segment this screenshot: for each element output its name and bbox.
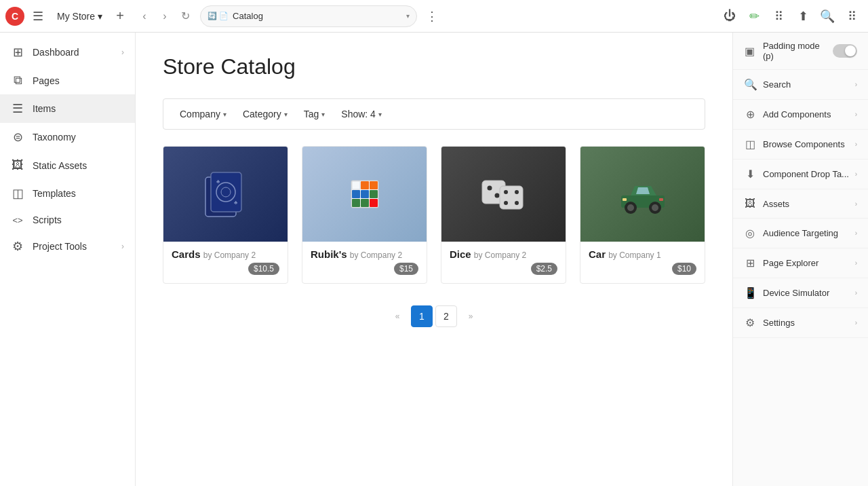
show-filter-label: Show: 4 bbox=[341, 109, 376, 119]
panel-item-padding-mode[interactable]: ▣ Padding mode (p) bbox=[733, 33, 868, 70]
back-button[interactable]: ‹ bbox=[135, 7, 154, 26]
panel-item-search[interactable]: 🔍 Search › bbox=[733, 70, 868, 100]
sidebar-item-taxonomy[interactable]: ⊜ Taxonomy bbox=[0, 123, 135, 151]
svg-text:♣: ♣ bbox=[216, 179, 220, 185]
templates-icon: ◫ bbox=[11, 186, 24, 201]
audience-targeting-chevron: › bbox=[855, 229, 857, 237]
product-card-dice[interactable]: Dice by Company 2 $2.5 bbox=[441, 146, 566, 284]
panel-item-settings[interactable]: ⚙ Settings › bbox=[733, 308, 868, 338]
project-tools-icon: ⚙ bbox=[11, 239, 24, 254]
store-selector[interactable]: My Store ▾ bbox=[52, 8, 108, 24]
more-button[interactable]: ⋮ bbox=[422, 7, 441, 26]
product-price-line-dice: $2.5 bbox=[450, 263, 557, 275]
panel-item-add-components[interactable]: ⊕ Add Components › bbox=[733, 100, 868, 130]
product-card-rubiks[interactable]: Rubik's by Company 2 $15 bbox=[302, 146, 427, 284]
sidebar-item-scripts[interactable]: <> Scripts bbox=[0, 208, 135, 232]
add-components-label: Add Components bbox=[763, 109, 831, 119]
component-drop-label: Component Drop Ta... bbox=[763, 169, 849, 179]
right-panel: ▣ Padding mode (p) 🔍 Search › ⊕ Add Comp… bbox=[732, 33, 868, 486]
sidebar-item-project-tools[interactable]: ⚙ Project Tools › bbox=[0, 232, 135, 261]
browse-components-label: Browse Components bbox=[763, 139, 845, 149]
panel-item-browse-components[interactable]: ◫ Browse Components › bbox=[733, 130, 868, 160]
product-name-rubiks: Rubik's by Company 2 bbox=[311, 248, 418, 260]
device-simulator-icon: 📱 bbox=[744, 286, 756, 299]
items-icon: ☰ bbox=[11, 101, 24, 116]
company-filter-chevron: ▾ bbox=[223, 111, 226, 118]
product-price-line-cards: $10.5 bbox=[172, 263, 279, 275]
company-filter[interactable]: Company ▾ bbox=[174, 106, 232, 122]
svg-rect-8 bbox=[361, 181, 369, 189]
sidebar-item-items[interactable]: ☰ Items bbox=[0, 94, 135, 123]
url-text: Catalog bbox=[233, 11, 402, 21]
sidebar-item-dashboard[interactable]: ⊞ Dashboard › bbox=[0, 38, 135, 67]
search-top-button[interactable]: 🔍 bbox=[816, 5, 838, 27]
url-bar[interactable]: 🔄 📄 Catalog ▾ bbox=[200, 5, 417, 27]
page-1-button[interactable]: 1 bbox=[411, 305, 433, 327]
component-drop-chevron: › bbox=[855, 170, 857, 178]
sidebar-item-label: Scripts bbox=[33, 214, 124, 225]
assets-chevron: › bbox=[855, 200, 857, 208]
svg-point-22 bbox=[515, 190, 519, 194]
page-explorer-icon: ⊞ bbox=[744, 257, 756, 269]
svg-rect-12 bbox=[370, 190, 378, 198]
content-area: Store Catalog Company ▾ Category ▾ Tag ▾… bbox=[136, 33, 732, 486]
category-filter-label: Category bbox=[243, 109, 281, 119]
show-filter[interactable]: Show: 4 ▾ bbox=[336, 106, 387, 122]
product-info-cards: Cards by Company 2 $10.5 bbox=[163, 242, 288, 283]
panel-item-assets[interactable]: 🖼 Assets › bbox=[733, 189, 868, 219]
pencil-button[interactable]: ✏ bbox=[743, 5, 765, 27]
svg-point-17 bbox=[487, 186, 492, 191]
sidebar-item-label: Taxonomy bbox=[33, 132, 124, 143]
page-last-button[interactable]: » bbox=[460, 305, 481, 327]
settings-label: Settings bbox=[763, 318, 795, 328]
sidebar-item-pages[interactable]: ⧉ Pages bbox=[0, 67, 135, 94]
sidebar-item-label: Templates bbox=[33, 188, 124, 199]
panel-item-component-drop[interactable]: ⬇ Component Drop Ta... › bbox=[733, 160, 868, 189]
upload-button[interactable]: ⬆ bbox=[792, 5, 814, 27]
products-grid: ♣ ♣ Cards by Company 2 $10.5 bbox=[163, 146, 705, 284]
svg-rect-14 bbox=[361, 199, 369, 207]
grid-button[interactable]: ⠿ bbox=[768, 5, 789, 27]
sidebar-item-static-assets[interactable]: 🖼 Static Assets bbox=[0, 151, 135, 179]
sidebar-item-templates[interactable]: ◫ Templates bbox=[0, 179, 135, 208]
product-price-line-rubiks: $15 bbox=[311, 263, 418, 275]
page-2-button[interactable]: 2 bbox=[435, 305, 457, 327]
sidebar-item-label: Dashboard bbox=[33, 47, 113, 58]
power-button[interactable]: ⏻ bbox=[719, 5, 741, 27]
panel-item-audience-targeting[interactable]: ◎ Audience Targeting › bbox=[733, 219, 868, 248]
search-chevron: › bbox=[855, 81, 857, 88]
panel-item-device-simulator[interactable]: 📱 Device Simulator › bbox=[733, 278, 868, 308]
forward-button[interactable]: › bbox=[155, 7, 174, 26]
pagination: « 1 2 » bbox=[163, 305, 705, 327]
dashboard-chevron: › bbox=[121, 48, 124, 57]
page-explorer-label: Page Explorer bbox=[763, 258, 818, 268]
padding-mode-icon: ▣ bbox=[744, 45, 756, 58]
tag-filter[interactable]: Tag ▾ bbox=[298, 106, 331, 122]
page-title: Store Catalog bbox=[163, 54, 705, 79]
dice-svg bbox=[477, 167, 531, 221]
browse-components-icon: ◫ bbox=[744, 138, 756, 151]
product-card-car[interactable]: Car by Company 1 $10 bbox=[580, 146, 705, 284]
svg-point-28 bbox=[652, 204, 658, 211]
svg-rect-15 bbox=[370, 199, 378, 207]
add-button[interactable]: + bbox=[111, 7, 130, 26]
page-first-button[interactable]: « bbox=[387, 305, 408, 327]
svg-rect-30 bbox=[659, 198, 663, 201]
apps-button[interactable]: ⠿ bbox=[841, 5, 863, 27]
svg-point-20 bbox=[504, 190, 508, 194]
panel-item-page-explorer[interactable]: ⊞ Page Explorer › bbox=[733, 248, 868, 278]
add-components-chevron: › bbox=[855, 111, 857, 118]
refresh-button[interactable]: ↻ bbox=[176, 7, 195, 26]
category-filter[interactable]: Category ▾ bbox=[237, 106, 293, 122]
svg-point-18 bbox=[494, 193, 499, 198]
scripts-icon: <> bbox=[11, 215, 24, 225]
padding-mode-toggle[interactable] bbox=[833, 44, 857, 58]
menu-icon[interactable]: ☰ bbox=[27, 5, 49, 27]
padding-mode-label: Padding mode (p) bbox=[763, 41, 833, 61]
product-price-rubiks: $15 bbox=[394, 263, 418, 275]
svg-point-21 bbox=[504, 201, 508, 205]
static-assets-icon: 🖼 bbox=[11, 158, 24, 172]
show-filter-chevron: ▾ bbox=[378, 111, 382, 118]
product-card-cards[interactable]: ♣ ♣ Cards by Company 2 $10.5 bbox=[163, 146, 288, 284]
store-name: My Store bbox=[57, 11, 95, 22]
